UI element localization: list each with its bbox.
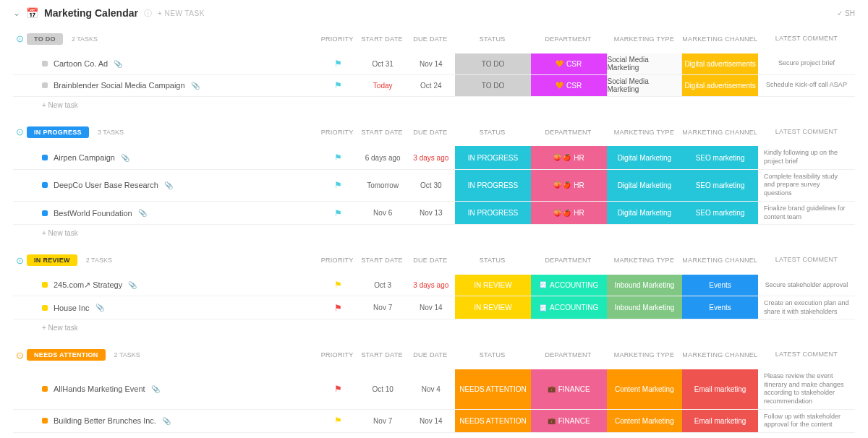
- col-start[interactable]: START DATE: [358, 351, 407, 358]
- mtype-cell[interactable]: Inbound Marketing: [607, 275, 683, 296]
- due-date[interactable]: Nov 13: [420, 209, 443, 217]
- task-name[interactable]: BestWorld Foundation: [54, 209, 132, 218]
- channel-cell[interactable]: Events: [682, 275, 758, 296]
- col-priority[interactable]: PRIORITY: [317, 351, 358, 358]
- task-row[interactable]: House Inc 📎 ⚑ Nov 7 Nov 14 IN REVIEW 🧾AC…: [13, 296, 855, 319]
- status-square-icon[interactable]: [42, 61, 48, 66]
- task-row[interactable]: Brainblender Social Media Campaign 📎 ⚑ T…: [13, 75, 855, 97]
- mtype-cell[interactable]: Digital Marketing: [607, 146, 683, 168]
- status-cell[interactable]: NEEDS ATTENTION: [455, 410, 531, 432]
- col-priority[interactable]: PRIORITY: [317, 257, 358, 264]
- mtype-cell[interactable]: Inbound Marketing: [607, 296, 683, 319]
- channel-cell[interactable]: Digital advertisements: [682, 75, 758, 96]
- priority-flag-icon[interactable]: ⚑: [334, 303, 342, 313]
- col-dept[interactable]: DEPARTMENT: [530, 257, 606, 264]
- task-row[interactable]: AllHands Marketing Event 📎 ⚑ Oct 10 Nov …: [13, 369, 855, 410]
- dept-cell[interactable]: 🧾ACCOUNTING: [531, 275, 607, 296]
- status-square-icon[interactable]: [42, 210, 48, 216]
- comment-cell[interactable]: Follow up with stakeholder approval for …: [758, 410, 855, 432]
- due-date[interactable]: Oct 30: [420, 181, 441, 189]
- attachment-icon[interactable]: 📎: [151, 385, 160, 393]
- col-start[interactable]: START DATE: [358, 35, 407, 43]
- start-date[interactable]: Oct 31: [372, 60, 393, 68]
- dept-cell[interactable]: 🧾ACCOUNTING: [531, 296, 607, 319]
- start-date[interactable]: Nov 7: [373, 417, 392, 425]
- mtype-cell[interactable]: Digital Marketing: [607, 170, 683, 201]
- col-due[interactable]: DUE DATE: [406, 257, 454, 264]
- priority-flag-icon[interactable]: ⚑: [334, 180, 342, 190]
- dept-cell[interactable]: 🧡CSR: [531, 75, 607, 96]
- due-date[interactable]: 3 days ago: [413, 154, 448, 162]
- col-channel[interactable]: MARKETING CHANNEL: [682, 351, 758, 358]
- due-date[interactable]: Nov 14: [420, 60, 443, 68]
- share-badge[interactable]: ✓SH: [837, 9, 855, 17]
- channel-cell[interactable]: Email marketing: [682, 369, 758, 409]
- status-cell[interactable]: IN PROGRESS: [455, 170, 531, 201]
- task-row[interactable]: 245.com↗ Strategy 📎 ⚑ Oct 3 3 days ago I…: [13, 275, 855, 296]
- comment-cell[interactable]: Secure stakeholder approval: [758, 275, 855, 296]
- status-square-icon[interactable]: [42, 386, 48, 392]
- info-icon[interactable]: ⓘ: [144, 8, 152, 19]
- new-task-row[interactable]: + New task: [13, 319, 855, 332]
- mtype-cell[interactable]: Social Media Marketing: [607, 53, 683, 74]
- col-mtype[interactable]: MARKETING TYPE: [606, 257, 682, 264]
- priority-flag-icon[interactable]: ⚑: [334, 59, 342, 69]
- status-square-icon[interactable]: [42, 305, 48, 311]
- priority-flag-icon[interactable]: ⚑: [334, 153, 342, 163]
- comment-cell[interactable]: Create an execution plan and share it wi…: [758, 296, 855, 319]
- task-name[interactable]: Cartoon Co. Ad: [54, 59, 108, 68]
- chevron-down-icon[interactable]: ⌄: [13, 8, 20, 18]
- due-date[interactable]: 3 days ago: [413, 281, 448, 289]
- task-name[interactable]: 245.com↗ Strategy: [54, 280, 122, 290]
- col-priority[interactable]: PRIORITY: [317, 35, 358, 43]
- new-task-row[interactable]: + New task: [13, 225, 855, 237]
- col-channel[interactable]: MARKETING CHANNEL: [682, 35, 758, 43]
- col-dept[interactable]: DEPARTMENT: [530, 35, 606, 43]
- task-row[interactable]: Airpen Campaign 📎 ⚑ 6 days ago 3 days ag…: [13, 146, 855, 169]
- task-row[interactable]: BestWorld Foundation 📎 ⚑ Nov 6 Nov 13 IN…: [13, 202, 855, 225]
- priority-flag-icon[interactable]: ⚑: [334, 384, 342, 394]
- col-due[interactable]: DUE DATE: [406, 35, 454, 43]
- dept-cell[interactable]: 💼FINANCE: [531, 410, 607, 432]
- attachment-icon[interactable]: 📎: [162, 417, 171, 425]
- channel-cell[interactable]: Email marketing: [682, 410, 758, 432]
- status-cell[interactable]: IN PROGRESS: [455, 146, 531, 168]
- col-comment[interactable]: LATEST COMMENT: [758, 32, 855, 46]
- status-pill[interactable]: TO DO: [27, 33, 63, 45]
- new-task-row[interactable]: + New task: [13, 433, 855, 438]
- collapse-icon[interactable]: ⊙: [13, 350, 27, 361]
- status-square-icon[interactable]: [42, 418, 48, 424]
- col-priority[interactable]: PRIORITY: [317, 129, 358, 136]
- col-status[interactable]: STATUS: [454, 351, 530, 358]
- status-square-icon[interactable]: [42, 82, 48, 88]
- channel-cell[interactable]: Events: [682, 296, 758, 319]
- attachment-icon[interactable]: 📎: [191, 82, 200, 90]
- col-dept[interactable]: DEPARTMENT: [530, 129, 606, 136]
- col-comment[interactable]: LATEST COMMENT: [758, 348, 855, 362]
- status-square-icon[interactable]: [42, 282, 48, 288]
- comment-cell[interactable]: Complete feasibility study and prepare s…: [758, 170, 855, 201]
- task-name[interactable]: AllHands Marketing Event: [54, 385, 145, 393]
- status-cell[interactable]: IN REVIEW: [455, 296, 531, 319]
- mtype-cell[interactable]: Content Marketing: [607, 369, 683, 409]
- comment-cell[interactable]: Please review the event itinerary and ma…: [758, 369, 855, 409]
- dept-cell[interactable]: 🍑 🍎HR: [531, 170, 607, 201]
- start-date[interactable]: Today: [373, 82, 393, 90]
- comment-cell[interactable]: Finalize brand guidelines for content te…: [758, 202, 855, 224]
- attachment-icon[interactable]: 📎: [164, 181, 173, 189]
- status-cell[interactable]: IN REVIEW: [455, 275, 531, 296]
- status-cell[interactable]: TO DO: [455, 53, 531, 74]
- status-cell[interactable]: TO DO: [455, 75, 531, 96]
- col-mtype[interactable]: MARKETING TYPE: [606, 129, 682, 136]
- start-date[interactable]: 6 days ago: [365, 154, 401, 162]
- col-due[interactable]: DUE DATE: [406, 351, 454, 358]
- attachment-icon[interactable]: 📎: [114, 60, 122, 68]
- col-channel[interactable]: MARKETING CHANNEL: [682, 129, 758, 136]
- start-date[interactable]: Oct 10: [372, 385, 393, 393]
- mtype-cell[interactable]: Content Marketing: [607, 410, 683, 432]
- col-mtype[interactable]: MARKETING TYPE: [606, 35, 682, 43]
- task-name[interactable]: DeepCo User Base Research: [54, 181, 158, 189]
- start-date[interactable]: Oct 3: [374, 281, 391, 289]
- priority-flag-icon[interactable]: ⚑: [334, 280, 342, 290]
- start-date[interactable]: Tomorrow: [367, 181, 399, 189]
